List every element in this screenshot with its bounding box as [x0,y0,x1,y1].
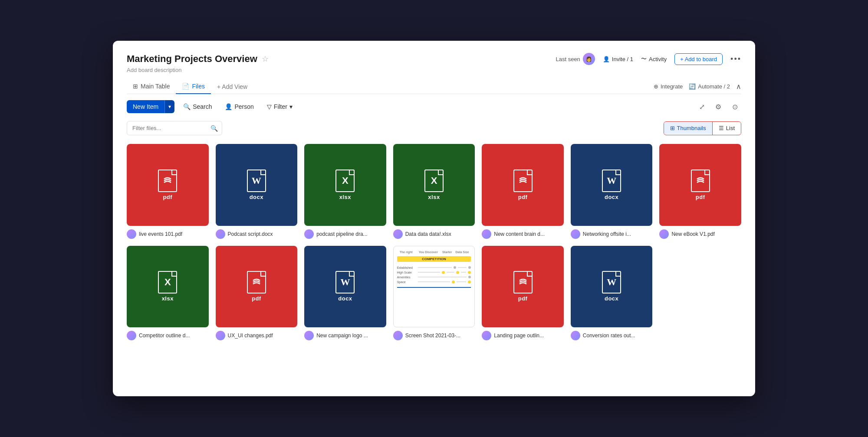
file-avatar [304,229,314,239]
file-thumbnail: pdf [127,144,209,226]
file-avatar [304,331,314,340]
page-header: Marketing Projects Overview ☆ Last seen … [127,53,741,65]
file-card[interactable]: W docxNew campaign logo ... [304,246,386,341]
file-info: Landing page outlin... [482,331,564,340]
filter-input-wrap: 🔍 [127,121,222,135]
person-filter-button[interactable]: 👤 Person [220,101,258,113]
file-avatar [127,331,136,340]
file-card[interactable]: pdfLanding page outlin... [482,246,564,341]
add-view-label: + Add View [217,83,247,90]
toolbar-left: New Item ▾ 🔍 Search 👤 Person ▽ Filter ▾ [127,100,297,113]
file-type-icon [513,271,533,294]
file-info: Competitor outline d... [127,331,209,340]
file-card[interactable]: X xlsxCompetitor outline d... [127,246,209,341]
search-label: Search [193,103,212,110]
file-card[interactable]: W docxNetworking offsite i... [571,144,653,239]
file-name: UX_UI changes.pdf [228,333,273,339]
file-card[interactable]: pdfNew content brain d... [482,144,564,239]
automate-icon: 🔄 [689,83,696,90]
file-type-icon [691,170,710,192]
file-grid-row2: X xlsxCompetitor outline d... pdfUX_UI c… [127,246,741,341]
file-info: live events 101.pdf [127,229,209,239]
integrate-icon: ⊕ [654,83,658,90]
tab-bar: ⊞ Main Table 📄 Files + Add View ⊕ Integr… [127,79,741,94]
invite-button[interactable]: 👤 Invite / 1 [603,56,633,62]
file-card[interactable]: W docxConversion rates out... [571,246,653,341]
file-type-icon: X [424,170,444,192]
file-type-label: docx [605,295,618,302]
file-thumbnail: pdf [482,246,564,328]
last-seen: Last seen 👩 [556,53,595,65]
file-avatar [127,229,136,239]
file-info: New campaign logo ... [304,331,386,340]
file-type-icon [158,170,177,192]
file-name: Data data data!.xlsx [405,231,451,237]
settings-icon[interactable]: ⚙ [712,100,725,113]
file-thumbnail: X xlsx [304,144,386,226]
file-avatar [571,229,580,239]
files-icon: 📄 [182,83,189,90]
file-card[interactable]: X xlsxpodcast pipeline dra... [304,144,386,239]
options-icon[interactable]: ⊙ [728,100,741,113]
automate-button[interactable]: 🔄 Automate / 2 [689,83,730,90]
file-name: podcast pipeline dra... [316,231,367,237]
file-type-label: docx [250,194,263,200]
file-grid-row1: pdflive events 101.pdf W docxPodcast scr… [127,144,741,239]
file-info: Podcast script.docx [216,229,298,239]
more-options-button[interactable]: ••• [730,55,741,64]
app-window: Marketing Projects Overview ☆ Last seen … [113,41,755,396]
new-item-button-wrap: New Item ▾ [127,100,174,113]
file-thumbnail: W docx [216,144,298,226]
file-type-icon [247,271,266,294]
last-seen-label: Last seen [556,56,580,62]
activity-button[interactable]: 〜 Activity [641,55,667,63]
tabs-right: ⊕ Integrate 🔄 Automate / 2 ∧ [654,82,741,91]
file-info: Conversion rates out... [571,331,653,340]
automate-label: Automate / 2 [698,83,730,90]
header-right: Last seen 👩 👤 Invite / 1 〜 Activity + Ad… [556,53,741,65]
list-icon: ☰ [719,125,724,131]
file-info: Networking offsite i... [571,229,653,239]
file-type-label: pdf [252,295,261,302]
file-name: Landing page outlin... [494,333,544,339]
add-to-board-button[interactable]: + Add to board [674,53,723,65]
expand-icon[interactable]: ⤢ [695,100,708,113]
file-info: New eBook V1.pdf [659,229,741,239]
filter-files-input[interactable] [127,121,222,135]
thumbnails-view-button[interactable]: ⊞ Thumbnails [664,122,712,134]
file-type-label: pdf [163,194,172,200]
file-card[interactable]: pdfNew eBook V1.pdf [659,144,741,239]
file-type-icon: W [602,271,621,294]
tab-main-table[interactable]: ⊞ Main Table [127,79,176,94]
add-view-button[interactable]: + Add View [211,80,253,94]
file-thumbnail: X xlsx [127,246,209,328]
file-thumbnail: W docx [571,144,653,226]
file-name: New eBook V1.pdf [671,231,714,237]
file-card[interactable]: pdflive events 101.pdf [127,144,209,239]
board-description[interactable]: Add board description [127,67,741,73]
new-item-dropdown-button[interactable]: ▾ [164,100,174,113]
avatar: 👩 [583,53,595,65]
file-type-label: xlsx [162,295,174,302]
file-name: live events 101.pdf [139,231,182,237]
star-icon[interactable]: ☆ [262,54,269,64]
file-card[interactable]: The rightYou DiscoverStarterData Size CO… [393,246,475,341]
file-card[interactable]: X xlsxData data data!.xlsx [393,144,475,239]
new-item-button[interactable]: New Item [127,100,164,113]
filter-button[interactable]: ▽ Filter ▾ [263,101,297,113]
file-card[interactable]: pdfUX_UI changes.pdf [216,246,298,341]
file-type-icon: X [335,170,355,192]
integrate-button[interactable]: ⊕ Integrate [654,83,683,90]
file-type-label: pdf [518,194,528,200]
file-info: podcast pipeline dra... [304,229,386,239]
collapse-button[interactable]: ∧ [736,82,741,91]
search-button[interactable]: 🔍 Search [179,101,216,113]
file-avatar [216,331,225,340]
filter-search-icon: 🔍 [210,125,218,132]
file-type-label: docx [605,194,618,200]
tab-files[interactable]: 📄 Files [176,79,211,94]
main-table-label: Main Table [141,83,170,90]
list-view-button[interactable]: ☰ List [713,122,741,134]
person-filter-icon: 👤 [225,103,232,110]
file-card[interactable]: W docxPodcast script.docx [216,144,298,239]
